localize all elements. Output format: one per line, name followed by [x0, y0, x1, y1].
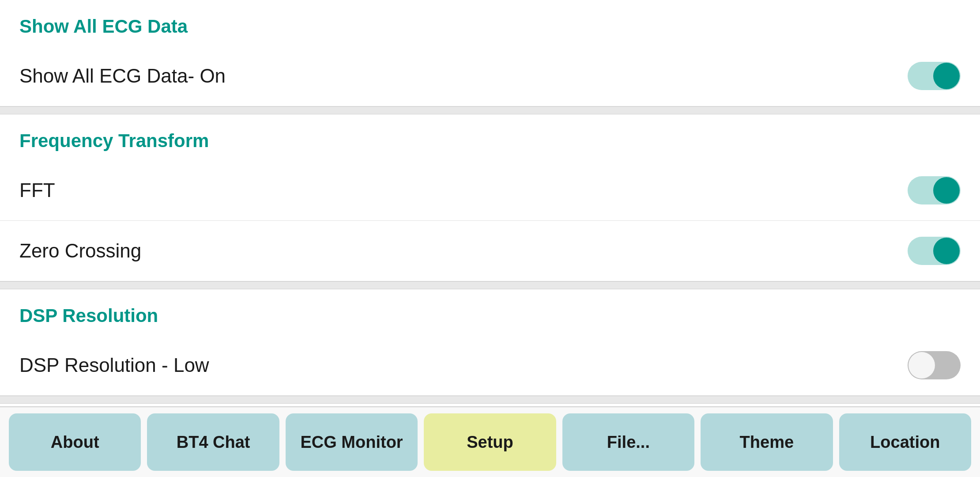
show-ecg-label: Show All ECG Data- On [19, 65, 226, 87]
section-header-show-ecg: Show All ECG Data [0, 0, 980, 46]
section-header-frequency: Frequency Transform [0, 114, 980, 160]
main-content: Show All ECG Data Show All ECG Data- On … [0, 0, 980, 406]
toggle-show-ecg[interactable] [908, 62, 961, 90]
bottom-nav: About BT4 Chat ECG Monitor Setup File...… [0, 406, 980, 477]
toggle-track-fft[interactable] [908, 176, 961, 204]
toggle-thumb-fft [933, 177, 960, 204]
list-item-dsp-resolution[interactable]: DSP Resolution - Low [0, 335, 980, 396]
tab-setup[interactable]: Setup [424, 413, 556, 471]
list-item-fft[interactable]: FFT [0, 160, 980, 221]
toggle-fft[interactable] [908, 176, 961, 204]
tab-file[interactable]: File... [562, 413, 694, 471]
tab-location[interactable]: Location [839, 413, 971, 471]
tab-theme[interactable]: Theme [701, 413, 833, 471]
list-item-show-ecg-data[interactable]: Show All ECG Data- On [0, 46, 980, 106]
section-divider-3 [0, 396, 980, 404]
list-item-zero-crossing[interactable]: Zero Crossing [0, 221, 980, 281]
toggle-track-zero-crossing[interactable] [908, 237, 961, 265]
zero-crossing-label: Zero Crossing [19, 240, 141, 262]
tab-ecg-monitor[interactable]: ECG Monitor [286, 413, 418, 471]
tab-bt4chat[interactable]: BT4 Chat [147, 413, 279, 471]
tab-about[interactable]: About [9, 413, 141, 471]
toggle-track-show-ecg[interactable] [908, 62, 961, 90]
section-divider-1 [0, 106, 980, 114]
toggle-thumb-show-ecg [933, 63, 960, 89]
section-header-dsp: DSP Resolution [0, 289, 980, 335]
toggle-dsp-resolution[interactable] [908, 351, 961, 379]
dsp-resolution-label: DSP Resolution - Low [19, 354, 209, 376]
fft-label: FFT [19, 179, 55, 201]
section-divider-2 [0, 281, 980, 289]
toggle-thumb-dsp [908, 352, 935, 379]
toggle-thumb-zero-crossing [933, 238, 960, 264]
toggle-zero-crossing[interactable] [908, 237, 961, 265]
toggle-track-dsp[interactable] [908, 351, 961, 379]
